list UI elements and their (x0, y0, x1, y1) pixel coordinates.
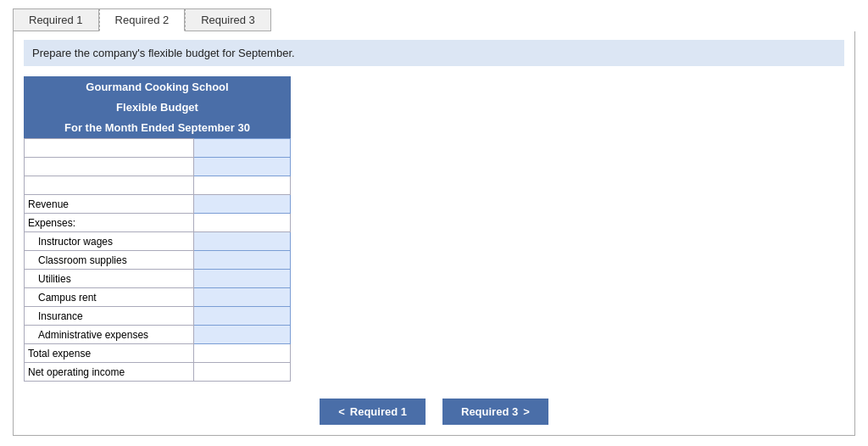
prev-label: Required 1 (350, 405, 407, 418)
main-content: Prepare the company's flexible budget fo… (13, 31, 855, 436)
row-label: Total expense (25, 344, 194, 363)
table-row: Instructor wages (25, 232, 291, 251)
budget-title3: For the Month Ended September 30 (24, 118, 291, 138)
budget-title2: Flexible Budget (24, 98, 291, 118)
row-value[interactable] (193, 270, 291, 288)
row-label: Classroom supplies (25, 251, 194, 270)
row-label: Revenue (25, 195, 194, 214)
table-row: Expenses: (25, 214, 291, 232)
prev-button[interactable]: < Required 1 (320, 399, 426, 425)
prev-icon: < (338, 405, 345, 418)
budget-title1: Gourmand Cooking School (24, 76, 291, 98)
outer-container: Required 1 Required 2 Required 3 Prepare… (0, 0, 868, 444)
table-row (25, 176, 291, 195)
table-row: Net operating income (25, 363, 291, 382)
row-label: Net operating income (25, 363, 194, 382)
instruction-bar: Prepare the company's flexible budget fo… (24, 40, 844, 66)
row-label (25, 139, 194, 158)
row-value[interactable] (193, 251, 291, 270)
table-row: Administrative expenses (25, 326, 291, 344)
budget-table: Revenue Expenses: Instructor wages (24, 138, 291, 382)
tab-required1[interactable]: Required 1 (13, 8, 99, 31)
row-value[interactable] (193, 326, 291, 344)
row-value (193, 363, 291, 382)
row-value[interactable] (193, 195, 291, 214)
tabs: Required 1 Required 2 Required 3 (13, 8, 855, 31)
next-label: Required 3 (461, 405, 518, 418)
row-value[interactable] (193, 139, 291, 158)
row-value (193, 176, 291, 195)
table-row: Total expense (25, 344, 291, 363)
row-value[interactable] (193, 307, 291, 326)
table-row: Classroom supplies (25, 251, 291, 270)
row-value (193, 214, 291, 232)
table-row (25, 139, 291, 158)
row-label: Expenses: (25, 214, 194, 232)
next-icon: > (523, 405, 530, 418)
tab-required3[interactable]: Required 3 (185, 8, 271, 31)
table-row: Utilities (25, 270, 291, 288)
table-row (25, 158, 291, 176)
tab-required2[interactable]: Required 2 (99, 8, 186, 31)
instruction-text: Prepare the company's flexible budget fo… (32, 47, 295, 59)
row-label: Instructor wages (25, 232, 194, 251)
row-label (25, 158, 194, 176)
row-value[interactable] (193, 232, 291, 251)
row-label (25, 176, 194, 195)
next-button[interactable]: Required 3 > (442, 399, 548, 425)
table-row: Insurance (25, 307, 291, 326)
row-label: Administrative expenses (25, 326, 194, 344)
row-value (193, 344, 291, 363)
row-label: Insurance (25, 307, 194, 326)
budget-table-container: Gourmand Cooking School Flexible Budget … (24, 76, 291, 382)
table-row: Campus rent (25, 288, 291, 307)
row-label: Utilities (25, 270, 194, 288)
row-value[interactable] (193, 158, 291, 176)
row-value[interactable] (193, 288, 291, 307)
row-label: Campus rent (25, 288, 194, 307)
table-row: Revenue (25, 195, 291, 214)
bottom-nav: < Required 1 Required 3 > (24, 399, 844, 425)
